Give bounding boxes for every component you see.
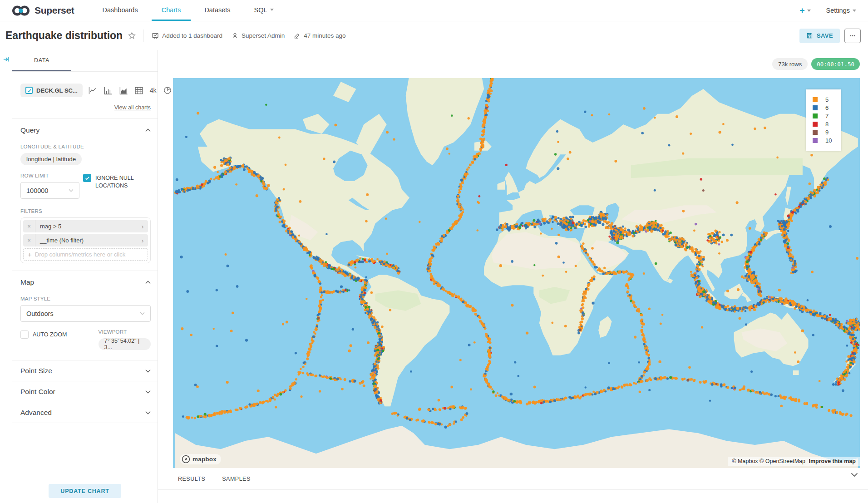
earthquake-point [447, 407, 449, 409]
earthquake-point [843, 413, 845, 415]
settings-menu[interactable]: Settings [826, 7, 856, 14]
earthquake-point [441, 237, 444, 240]
earthquake-point [795, 305, 798, 308]
attr-improve-link[interactable]: Improve this map [809, 458, 856, 464]
filter-drop-zone[interactable]: + Drop columns/metrics here or click [23, 248, 148, 261]
earthquake-point [694, 379, 696, 381]
superset-brand[interactable]: Superset [11, 0, 74, 21]
tab-data[interactable]: DATA [12, 50, 71, 71]
earthquake-point [794, 351, 796, 354]
earthquake-point [695, 248, 697, 250]
earthquake-point [842, 378, 844, 380]
save-button[interactable]: SAVE [799, 29, 840, 43]
collapse-results-icon[interactable] [851, 473, 858, 477]
table-icon[interactable] [135, 87, 143, 94]
earthquake-point [750, 279, 753, 281]
bar-chart-icon[interactable] [104, 87, 113, 94]
deckgl-map[interactable]: 5678910 mapbox © Mapbox © OpenStreetMap … [173, 78, 860, 468]
earthquake-point [454, 222, 457, 224]
earthquake-point [847, 355, 850, 358]
viz-4k-badge[interactable]: 4k [150, 87, 157, 94]
earthquake-point [434, 423, 437, 426]
tab-samples[interactable]: SAMPLES [222, 476, 251, 482]
earthquake-point [318, 311, 321, 313]
ignore-null-checkbox-row[interactable]: IGNORE NULL LOCATIONS [83, 174, 151, 190]
earthquake-point [695, 223, 697, 226]
earthquake-point [778, 289, 781, 291]
earthquake-point [646, 380, 648, 382]
filter-pill-mag[interactable]: × mag > 5 › [23, 220, 148, 232]
remove-filter-icon[interactable]: × [23, 220, 35, 232]
auto-zoom-checkbox-row[interactable]: AUTO ZOOM [20, 330, 99, 339]
new-item-button[interactable]: + [799, 5, 810, 15]
earthquake-point [832, 410, 834, 413]
line-chart-icon[interactable] [89, 87, 97, 94]
pie-chart-icon[interactable] [163, 86, 172, 94]
earthquake-point [341, 272, 344, 275]
legend-item[interactable]: 6 [813, 104, 841, 111]
earthquake-point [807, 309, 810, 312]
attr-mapbox-link[interactable]: © Mapbox [732, 458, 758, 464]
owner-meta[interactable]: Superset Admin [232, 32, 285, 39]
legend-item[interactable]: 7 [813, 113, 841, 119]
earthquake-point [226, 381, 229, 384]
more-actions-button[interactable]: ... [844, 29, 861, 43]
legend-item[interactable]: 9 [813, 129, 841, 136]
earthquake-point [854, 328, 857, 331]
earthquake-point [370, 291, 373, 294]
nav-datasets[interactable]: Datasets [194, 0, 240, 21]
rowlimit-col: ROW LIMIT 100000 [20, 173, 83, 199]
favorite-star-icon[interactable] [128, 32, 136, 39]
earthquake-point [602, 272, 605, 275]
earthquake-point [608, 113, 611, 116]
earthquake-point [182, 415, 184, 418]
view-all-charts-link[interactable]: View all charts [114, 104, 151, 111]
earthquake-point [588, 257, 591, 260]
area-chart-icon[interactable] [119, 87, 128, 94]
earthquake-point [453, 223, 455, 226]
point-color-section[interactable]: Point Color [20, 381, 151, 402]
dashboards-meta[interactable]: Added to 1 dashboard [152, 32, 222, 39]
point-size-section[interactable]: Point Size [20, 360, 151, 381]
query-section-header[interactable]: Query [20, 126, 151, 134]
viz-type-selected[interactable]: DECK.GL SC... [20, 84, 83, 97]
lonlat-pill[interactable]: longitude | latitude [20, 153, 82, 165]
nav-charts[interactable]: Charts [152, 0, 191, 21]
attr-osm-link[interactable]: © OpenStreetMap [760, 458, 805, 464]
earthquake-point [366, 312, 368, 314]
earthquake-point [853, 352, 856, 354]
earthquake-point [247, 168, 249, 170]
earthquake-point [429, 263, 432, 266]
filter-pill-time[interactable]: × __time (No filter) › [23, 234, 148, 247]
earthquake-point [582, 242, 584, 245]
earthquake-point [691, 247, 693, 249]
nav-sql[interactable]: SQL [244, 0, 284, 21]
nav-dashboards[interactable]: Dashboards [92, 0, 148, 21]
row-limit-select[interactable]: 100000 [20, 182, 79, 199]
earthquake-point [368, 306, 370, 309]
tab-results[interactable]: RESULTS [178, 476, 205, 482]
last-modified-meta[interactable]: 47 minutes ago [294, 32, 345, 39]
update-chart-button[interactable]: UPDATE CHART [49, 484, 121, 498]
view-all-charts-wrap: View all charts [20, 103, 151, 111]
checkbox-checked-icon[interactable] [83, 174, 91, 182]
earthquake-point [722, 123, 725, 125]
legend-item[interactable]: 10 [813, 137, 841, 144]
legend-item[interactable]: 8 [813, 121, 841, 128]
earthquake-point [659, 227, 661, 229]
map-style-select[interactable]: Outdoors [20, 305, 151, 322]
last-modified-label: 47 minutes ago [304, 32, 345, 39]
checkbox-unchecked-icon[interactable] [20, 330, 29, 339]
remove-filter-icon[interactable]: × [23, 234, 35, 247]
legend-item[interactable]: 5 [813, 96, 841, 103]
expand-panel-icon[interactable] [3, 56, 10, 63]
earthquake-point [306, 357, 309, 360]
viewport-pill[interactable]: 7° 35' 54.02" | 3... [99, 338, 151, 350]
earthquake-point [349, 380, 351, 382]
map-section-header[interactable]: Map [20, 278, 151, 286]
earthquake-point [562, 261, 565, 264]
mapbox-logo[interactable]: mapbox [180, 454, 221, 464]
earthquake-point [376, 321, 379, 324]
advanced-section[interactable]: Advanced [20, 402, 151, 423]
earthquake-point [671, 237, 674, 240]
